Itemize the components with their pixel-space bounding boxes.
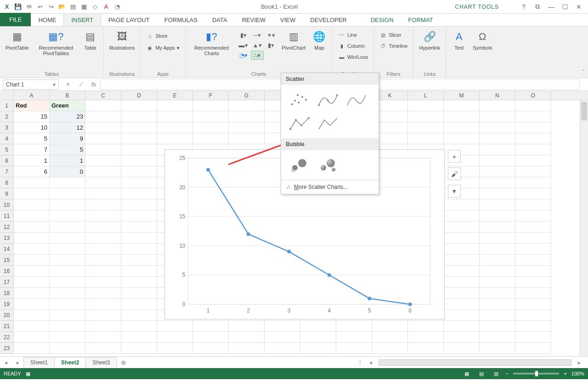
cell[interactable] [121,166,157,177]
cell[interactable] [50,210,85,222]
col-header[interactable]: E [157,91,193,100]
cell[interactable] [121,100,157,111]
cell[interactable]: 7 [14,144,50,155]
cell[interactable] [480,133,515,144]
cell[interactable] [444,233,480,244]
cell[interactable] [515,133,551,144]
sheet-tab[interactable]: Sheet3 [85,357,117,368]
cell[interactable]: 1 [14,155,50,166]
redo-icon[interactable]: ↪ [46,2,56,12]
recommended-pivottables-button[interactable]: ▦?Recommended PivotTables [34,28,79,57]
cell[interactable] [515,332,551,343]
cell[interactable] [515,166,551,177]
sheet-nav-next[interactable]: ▸ [12,359,24,366]
hyperlink-button[interactable]: 🔗Hyperlink [417,28,442,51]
cell[interactable] [444,310,480,321]
cell[interactable] [444,288,480,299]
cell[interactable] [444,321,480,332]
cell[interactable] [193,111,229,122]
col-header[interactable]: F [193,91,229,100]
cell[interactable] [121,288,157,299]
line-chart-button[interactable]: ─▾ [251,30,264,40]
row-header[interactable]: 17 [0,277,14,288]
row-header[interactable]: 12 [0,222,14,233]
cell[interactable] [50,277,85,288]
sparkline-winloss-button[interactable]: ▬Win/Loss [336,52,370,62]
cell[interactable] [193,343,229,354]
cell[interactable] [480,332,515,343]
cell[interactable] [121,233,157,244]
row-header[interactable]: 14 [0,244,14,255]
cell[interactable] [14,177,50,188]
cell[interactable] [85,343,121,354]
cell[interactable] [85,277,121,288]
cell[interactable] [480,100,515,111]
cell[interactable] [515,343,551,354]
cell[interactable] [480,233,515,244]
col-header[interactable]: C [85,91,121,100]
cell[interactable] [515,199,551,210]
cell[interactable] [85,299,121,310]
cell[interactable] [515,155,551,166]
cell[interactable] [157,133,193,144]
page-layout-view-button[interactable]: ▤ [476,369,486,378]
row-header[interactable]: 1 [0,100,14,111]
cell[interactable] [300,321,336,332]
cell[interactable] [85,244,121,255]
zoom-out-button[interactable]: − [506,371,509,376]
col-header[interactable]: O [515,91,551,100]
cell[interactable] [14,343,50,354]
store-button[interactable]: ⌂Store [144,31,181,40]
cell[interactable] [85,144,121,155]
chart-styles-button[interactable]: 🖌 [448,167,461,180]
row-header[interactable]: 21 [0,321,14,332]
shapes-icon[interactable]: ◇ [90,2,100,12]
tab-home[interactable]: HOME [31,14,63,26]
cell[interactable] [372,332,408,343]
cell[interactable] [85,100,121,111]
cell[interactable]: 5 [50,144,85,155]
cell[interactable] [229,122,265,133]
pivotchart-button[interactable]: ▥PivotChart [280,28,307,51]
row-header[interactable]: 22 [0,332,14,343]
cell[interactable] [515,122,551,133]
symbols-button[interactable]: ΩSymbols [471,28,494,51]
row-header[interactable]: 5 [0,144,14,155]
cell[interactable] [14,244,50,255]
tab-formulas[interactable]: FORMULAS [157,14,205,26]
cell[interactable] [480,222,515,233]
row-header[interactable]: 3 [0,122,14,133]
cell[interactable] [157,122,193,133]
cell[interactable] [14,321,50,332]
save-icon[interactable]: 💾 [13,2,23,12]
cell[interactable] [480,166,515,177]
cell[interactable]: 12 [50,122,85,133]
cell[interactable] [121,177,157,188]
slicer-button[interactable]: ▥Slicer [378,30,409,40]
row-header[interactable]: 20 [0,310,14,321]
sort-icon[interactable]: ▤ [68,2,78,12]
cell[interactable] [480,277,515,288]
cell[interactable] [480,266,515,277]
cell[interactable] [85,166,121,177]
cell[interactable] [85,222,121,233]
normal-view-button[interactable]: ▦ [462,369,472,378]
scatter-lines-markers-option[interactable] [288,114,311,133]
cell[interactable] [50,188,85,199]
cell[interactable] [193,332,229,343]
cell[interactable] [14,277,50,288]
cell[interactable] [444,255,480,266]
cell[interactable] [85,332,121,343]
cell[interactable] [515,111,551,122]
cell[interactable] [85,310,121,321]
cell[interactable] [300,343,336,354]
area-chart-button[interactable]: ▲▾ [251,40,264,50]
cell[interactable]: Red [14,100,50,111]
cell[interactable] [121,343,157,354]
email-icon[interactable]: ✉ [24,2,34,12]
tab-review[interactable]: REVIEW [235,14,273,26]
cell[interactable] [157,343,193,354]
row-header[interactable]: 8 [0,177,14,188]
cell[interactable] [193,122,229,133]
cell[interactable] [14,310,50,321]
